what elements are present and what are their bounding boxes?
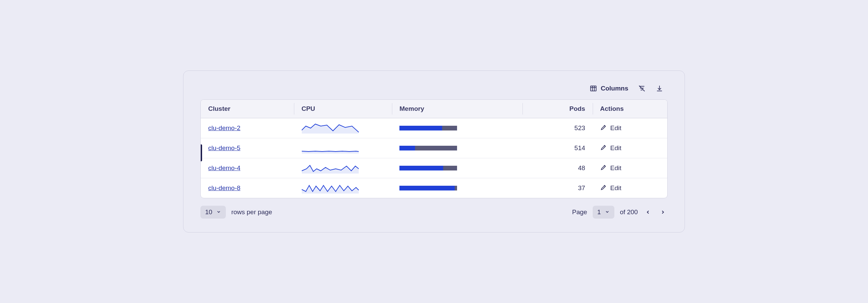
- cpu-sparkline: [301, 143, 359, 154]
- edit-button[interactable]: Edit: [600, 144, 660, 153]
- cpu-sparkline: [301, 183, 359, 194]
- rows-per-page-value: 10: [205, 208, 212, 216]
- memory-bar: [399, 166, 457, 170]
- pencil-icon: [600, 164, 607, 173]
- total-pages-label: of 200: [620, 208, 638, 216]
- pencil-icon: [600, 124, 607, 133]
- header-cpu[interactable]: CPU: [294, 100, 392, 118]
- table-row[interactable]: clu-demo-448Edit: [201, 158, 667, 178]
- header-actions: Actions: [593, 100, 667, 118]
- table-row[interactable]: clu-demo-837Edit: [201, 178, 667, 198]
- svg-rect-0: [590, 86, 596, 91]
- svg-marker-7: [302, 124, 359, 134]
- data-table: Cluster CPU Memory Pods Actions clu-demo…: [200, 99, 668, 198]
- table-row[interactable]: clu-demo-5514Edit: [201, 138, 667, 158]
- rows-per-page-select[interactable]: 10: [200, 206, 226, 219]
- memory-bar: [399, 186, 457, 190]
- table-row[interactable]: clu-demo-2523Edit: [201, 118, 667, 138]
- header-cluster[interactable]: Cluster: [201, 100, 294, 118]
- table-header-row: Cluster CPU Memory Pods Actions: [201, 100, 667, 118]
- edit-label: Edit: [610, 124, 622, 132]
- prev-page-button[interactable]: [643, 207, 653, 217]
- memory-bar: [399, 126, 457, 130]
- columns-label: Columns: [601, 85, 628, 92]
- pods-value: 48: [522, 158, 592, 178]
- cluster-link[interactable]: clu-demo-8: [208, 184, 240, 191]
- table-toolbar: Columns: [200, 84, 668, 93]
- cluster-link[interactable]: clu-demo-2: [208, 124, 240, 132]
- edit-button[interactable]: Edit: [600, 184, 660, 193]
- edit-label: Edit: [610, 144, 622, 152]
- next-page-button[interactable]: [658, 207, 668, 217]
- edit-button[interactable]: Edit: [600, 164, 660, 173]
- edit-label: Edit: [610, 184, 622, 192]
- cpu-sparkline: [301, 163, 359, 174]
- panel: Columns Cluster CPU Memory Pods Actions …: [183, 70, 685, 233]
- columns-icon: [589, 84, 597, 93]
- cpu-sparkline: [301, 123, 359, 134]
- pencil-icon: [600, 144, 607, 153]
- download-button[interactable]: [655, 84, 664, 93]
- header-memory[interactable]: Memory: [392, 100, 522, 118]
- edit-label: Edit: [610, 164, 622, 172]
- page-label: Page: [572, 208, 587, 216]
- rows-per-page-label: rows per page: [231, 208, 272, 216]
- filter-reset-button[interactable]: [638, 84, 646, 93]
- cluster-link[interactable]: clu-demo-5: [208, 144, 240, 152]
- pods-value: 514: [522, 138, 592, 158]
- edit-button[interactable]: Edit: [600, 124, 660, 133]
- svg-marker-10: [302, 185, 359, 194]
- current-page-value: 1: [597, 208, 601, 216]
- header-pods[interactable]: Pods: [522, 100, 592, 118]
- chevron-down-icon: [216, 208, 221, 216]
- chevron-down-icon: [605, 208, 610, 216]
- memory-bar: [399, 146, 457, 150]
- cluster-link[interactable]: clu-demo-4: [208, 164, 240, 171]
- columns-button[interactable]: Columns: [589, 84, 628, 93]
- pencil-icon: [600, 184, 607, 193]
- page-select[interactable]: 1: [593, 206, 615, 219]
- pods-value: 523: [522, 118, 592, 138]
- pagination: 10 rows per page Page 1 of 200: [200, 206, 668, 219]
- pods-value: 37: [522, 178, 592, 198]
